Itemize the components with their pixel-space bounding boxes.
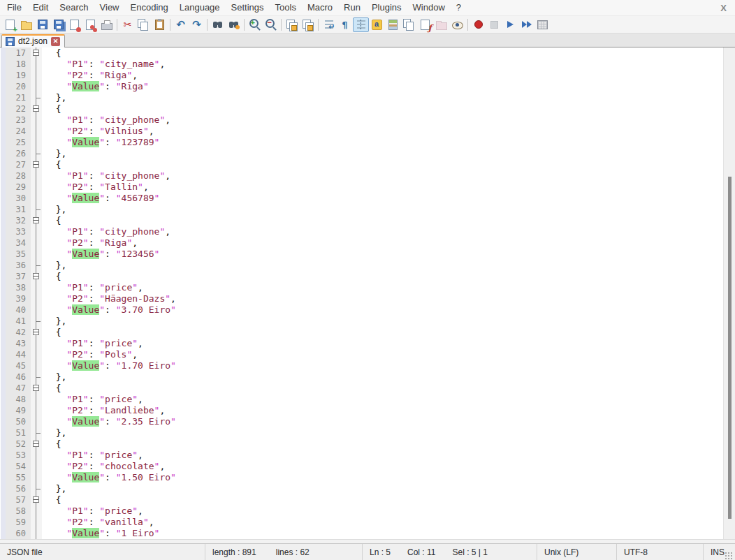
- bookmark-cell[interactable]: [1, 304, 6, 316]
- line-number[interactable]: 24: [6, 126, 31, 137]
- vertical-scrollbar-thumb[interactable]: [728, 177, 732, 519]
- bookmark-cell[interactable]: [1, 494, 6, 506]
- menu-item-encoding[interactable]: Encoding: [125, 2, 174, 13]
- menu-item-view[interactable]: View: [94, 2, 125, 13]
- status-encoding[interactable]: UTF-8: [617, 544, 704, 560]
- sync-horizontal-scrolling-button[interactable]: [300, 17, 316, 32]
- bookmark-cell[interactable]: [1, 383, 6, 394]
- status-insert-mode[interactable]: INS: [704, 544, 735, 560]
- line-number[interactable]: 21: [6, 92, 31, 103]
- line-number[interactable]: 27: [6, 159, 31, 170]
- word-wrap-button[interactable]: [321, 17, 337, 32]
- vertical-scrollbar[interactable]: [723, 47, 735, 539]
- open-file-button[interactable]: [18, 17, 34, 32]
- menu-item-help[interactable]: ?: [451, 2, 467, 13]
- bookmark-cell[interactable]: [1, 70, 6, 81]
- line-number[interactable]: 54: [6, 461, 31, 472]
- line-number[interactable]: 36: [6, 260, 31, 271]
- code-line[interactable]: "P1": "city_name",: [42, 59, 165, 70]
- bookmark-cell[interactable]: [1, 371, 6, 383]
- code-line[interactable]: "P1": "price",: [42, 450, 143, 461]
- bookmark-cell[interactable]: [1, 427, 6, 439]
- bookmark-cell[interactable]: [1, 47, 6, 59]
- bookmark-cell[interactable]: [1, 293, 6, 304]
- fold-collapse-icon[interactable]: [31, 103, 42, 115]
- code-line[interactable]: },: [42, 260, 66, 271]
- bookmark-cell[interactable]: [1, 81, 6, 92]
- bookmark-cell[interactable]: [1, 416, 6, 427]
- line-number[interactable]: 51: [6, 427, 31, 439]
- bookmark-cell[interactable]: [1, 137, 6, 148]
- menu-item-plugins[interactable]: Plugins: [366, 2, 407, 13]
- bookmark-cell[interactable]: [1, 439, 6, 450]
- bookmark-cell[interactable]: [1, 405, 6, 416]
- sync-vertical-scrolling-button[interactable]: [284, 17, 300, 32]
- bookmark-cell[interactable]: [1, 506, 6, 517]
- code-line[interactable]: },: [42, 148, 66, 159]
- line-number[interactable]: 48: [6, 394, 31, 405]
- line-number[interactable]: 29: [6, 182, 31, 193]
- code-line[interactable]: {: [42, 271, 61, 282]
- code-line[interactable]: "P2": "chocolate",: [42, 461, 165, 472]
- save-all-button[interactable]: [50, 17, 66, 32]
- cut-button[interactable]: ✂: [119, 17, 136, 32]
- line-number[interactable]: 49: [6, 405, 31, 416]
- new-file-button[interactable]: [2, 17, 18, 32]
- zoom-out-button[interactable]: [263, 17, 279, 32]
- line-number[interactable]: 28: [6, 170, 31, 182]
- line-number[interactable]: 30: [6, 193, 31, 204]
- bookmark-cell[interactable]: [1, 249, 6, 260]
- code-line[interactable]: "P2": "Riga",: [42, 237, 138, 249]
- line-number[interactable]: 18: [6, 59, 31, 70]
- line-number[interactable]: 50: [6, 416, 31, 427]
- menu-item-edit[interactable]: Edit: [27, 2, 54, 13]
- bookmark-cell[interactable]: [1, 394, 6, 405]
- bookmark-cell[interactable]: [1, 170, 6, 182]
- line-number[interactable]: 34: [6, 237, 31, 249]
- close-button[interactable]: [66, 17, 82, 32]
- show-all-characters-button[interactable]: ¶: [337, 17, 353, 32]
- save-button[interactable]: [34, 17, 50, 32]
- code-line[interactable]: "P2": "Pols",: [42, 349, 138, 360]
- playback-macro-button[interactable]: [502, 17, 518, 32]
- line-number[interactable]: 45: [6, 360, 31, 371]
- line-number[interactable]: 47: [6, 383, 31, 394]
- bookmark-cell[interactable]: [1, 282, 6, 293]
- code-line[interactable]: {: [42, 47, 61, 59]
- fold-collapse-icon[interactable]: [31, 439, 42, 450]
- bookmark-cell[interactable]: [1, 215, 6, 226]
- code-line[interactable]: {: [42, 103, 61, 115]
- line-number[interactable]: 41: [6, 316, 31, 327]
- find-button[interactable]: [210, 17, 226, 32]
- code-line[interactable]: "P1": "city_phone",: [42, 170, 170, 182]
- close-all-button[interactable]: [82, 17, 99, 32]
- redo-button[interactable]: ↷: [189, 17, 205, 32]
- undo-button[interactable]: ↶: [173, 17, 189, 32]
- fold-collapse-icon[interactable]: [31, 215, 42, 226]
- menu-item-macro[interactable]: Macro: [302, 2, 338, 13]
- stop-recording-button[interactable]: [486, 17, 502, 32]
- code-line[interactable]: },: [42, 92, 66, 103]
- bookmark-cell[interactable]: [1, 159, 6, 170]
- line-number[interactable]: 44: [6, 349, 31, 360]
- bookmark-cell[interactable]: [1, 271, 6, 282]
- folder-as-workspace-button[interactable]: [433, 17, 449, 32]
- line-number[interactable]: 60: [6, 528, 31, 539]
- code-line[interactable]: "Value": "Rīga": [42, 81, 149, 92]
- line-number[interactable]: 22: [6, 103, 31, 115]
- bookmark-cell[interactable]: [1, 483, 6, 494]
- tab-dt2json[interactable]: dt2.json ✕: [1, 34, 65, 47]
- bookmark-cell[interactable]: [1, 327, 6, 338]
- monitoring-button[interactable]: [449, 17, 465, 32]
- code-line[interactable]: "Value": "3.70 Eiro": [42, 304, 176, 316]
- fold-collapse-icon[interactable]: [31, 383, 42, 394]
- line-number[interactable]: 52: [6, 439, 31, 450]
- code-line[interactable]: "P1": "price",: [42, 282, 143, 293]
- bookmark-cell[interactable]: [1, 237, 6, 249]
- code-line[interactable]: "Value": "1 Eiro": [42, 528, 159, 539]
- bookmark-cell[interactable]: [1, 59, 6, 70]
- bookmark-cell[interactable]: [1, 360, 6, 371]
- bookmark-cell[interactable]: [1, 115, 6, 126]
- indent-guide-button[interactable]: [353, 17, 369, 32]
- bookmark-cell[interactable]: [1, 472, 6, 483]
